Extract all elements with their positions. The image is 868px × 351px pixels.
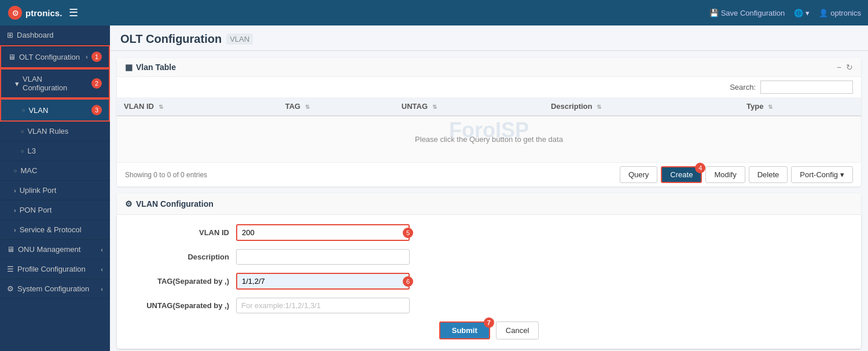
sidebar-item-service[interactable]: › Service & Protocol — [0, 220, 110, 240]
save-config-button[interactable]: 💾 Save Configuration — [709, 9, 785, 17]
page-header: OLT Configuration VLAN — [110, 25, 868, 51]
form-row-vlan-id: VLAN ID 5 — [125, 224, 853, 241]
sidebar-label-profile: Profile Configuration — [17, 265, 97, 273]
page-title: OLT Configuration — [120, 32, 222, 46]
sidebar-item-pon[interactable]: › PON Port — [0, 200, 110, 220]
col-tag: TAG ⇅ — [278, 97, 395, 116]
vlan-table: VLAN ID ⇅ TAG ⇅ UNTAG ⇅ Description ⇅ Ty… — [117, 97, 861, 163]
form-header: ⚙ VLAN Configuration — [117, 193, 861, 215]
arrow-right-profile: ‹ — [101, 266, 103, 273]
circle-icon-vlan: ○ — [22, 107, 25, 113]
tag-input[interactable] — [236, 273, 410, 290]
sidebar-item-olt-config[interactable]: 🖥 OLT Configuration ‹ 1 — [0, 45, 110, 68]
submit-button[interactable]: Submit 7 — [439, 321, 490, 339]
untag-label: UNTAG(Separated by ,) — [125, 301, 229, 310]
page-subtitle: VLAN — [226, 34, 253, 45]
sidebar-item-uplink[interactable]: › Uplink Port — [0, 181, 110, 200]
sidebar-item-profile[interactable]: ☰ Profile Configuration ‹ — [0, 259, 110, 279]
logo-icon: ⊙ — [7, 5, 23, 21]
form-icon: ⚙ — [125, 199, 133, 209]
lang-arrow: ▾ — [806, 9, 810, 17]
badge-4: 4 — [695, 163, 705, 173]
user-menu[interactable]: 👤 optronics — [819, 9, 861, 17]
chevron-right-pon: › — [14, 207, 16, 214]
hamburger-icon[interactable]: ☰ — [69, 6, 78, 19]
tag-label: TAG(Separated by ,) — [125, 277, 229, 286]
refresh-icon[interactable]: ↻ — [846, 63, 853, 72]
arrow-right-onu: ‹ — [101, 246, 103, 253]
sidebar-label-vlan: VLAN — [28, 106, 88, 115]
vlan-id-input[interactable] — [236, 224, 410, 241]
table-controls: Search: — [117, 77, 861, 97]
save-label: Save Configuration — [721, 9, 785, 17]
form-row-tag: TAG(Separated by ,) 6 — [125, 273, 853, 290]
sidebar-item-l3[interactable]: ○ L3 — [0, 141, 110, 161]
delete-button[interactable]: Delete — [749, 166, 788, 183]
circle-icon-mac: ○ — [14, 168, 17, 174]
badge-1: 1 — [91, 52, 102, 62]
card-title: Vlan Table — [136, 63, 176, 72]
content-area: OLT Configuration VLAN ▦ Vlan Table − ↻ … — [110, 25, 868, 351]
main-layout: ⊞ Dashboard 🖥 OLT Configuration ‹ 1 ▾ VL… — [0, 25, 868, 351]
untag-input[interactable] — [236, 298, 410, 313]
table-empty-row: Please click the Query button to get the… — [117, 116, 861, 163]
sidebar-label-vlan-rules: VLAN Rules — [27, 127, 68, 136]
save-icon: 💾 — [709, 9, 719, 17]
minimize-icon[interactable]: − — [837, 63, 841, 72]
form-row-description: Description — [125, 249, 853, 265]
col-untag: UNTAG ⇅ — [395, 97, 544, 116]
form-actions: Submit 7 Cancel — [125, 321, 853, 339]
sidebar-item-vlan-rules[interactable]: ○ VLAN Rules — [0, 122, 110, 141]
table-wrapper: ForoISP VLAN ID ⇅ TAG ⇅ UNTAG ⇅ Descript… — [117, 97, 861, 163]
vlan-table-header: ▦ Vlan Table − ↻ — [117, 58, 861, 77]
dropdown-arrow: ▾ — [840, 170, 844, 179]
cancel-button[interactable]: Cancel — [496, 321, 539, 339]
circle-icon-rules: ○ — [21, 129, 24, 134]
sidebar-item-vlan[interactable]: ○ VLAN 3 — [0, 98, 110, 122]
description-input[interactable] — [236, 249, 410, 265]
sidebar-label-mac: MAC — [20, 166, 37, 175]
card-title-left: ▦ Vlan Table — [125, 63, 176, 72]
search-label: Search: — [730, 83, 756, 92]
svg-text:⊙: ⊙ — [12, 9, 19, 17]
vlan-table-card: ▦ Vlan Table − ↻ Search: ForoISP — [117, 58, 861, 187]
form-title: VLAN Configuration — [136, 199, 214, 209]
sidebar-label-system: System Configuration — [17, 284, 97, 293]
sidebar-item-dashboard[interactable]: ⊞ Dashboard — [0, 25, 110, 45]
olt-arrow: ‹ — [86, 53, 88, 60]
logo: ⊙ ptronics. — [7, 5, 62, 21]
vlan-id-label: VLAN ID — [125, 228, 229, 237]
create-button[interactable]: Create 4 — [661, 166, 702, 183]
badge-2: 2 — [91, 78, 102, 89]
monitor-icon: 🖥 — [8, 53, 16, 61]
modify-button[interactable]: Modify — [705, 166, 745, 183]
empty-message: Please click the Query button to get the… — [117, 116, 861, 163]
monitor-icon-onu: 🖥 — [7, 245, 14, 254]
language-selector[interactable]: 🌐 ▾ — [794, 9, 810, 17]
badge-7: 7 — [484, 317, 494, 328]
sidebar-item-vlan-config[interactable]: ▾ VLAN Configuration 2 — [0, 68, 110, 98]
navbar-right: 💾 Save Configuration 🌐 ▾ 👤 optronics — [709, 9, 861, 17]
vlan-form-card: ⚙ VLAN Configuration VLAN ID 5 Descripti… — [117, 193, 861, 349]
query-button[interactable]: Query — [620, 166, 657, 183]
sidebar-label-onu: ONU Management — [18, 245, 97, 254]
table-icon: ▦ — [125, 63, 133, 72]
table-head: VLAN ID ⇅ TAG ⇅ UNTAG ⇅ Description ⇅ Ty… — [117, 97, 861, 116]
sidebar-item-system[interactable]: ⚙ System Configuration ‹ — [0, 279, 110, 299]
sidebar-label-vlan-config: VLAN Configuration — [23, 75, 88, 92]
search-input[interactable] — [760, 81, 853, 94]
port-config-button[interactable]: Port-Config ▾ — [791, 166, 853, 183]
circle-icon-l3: ○ — [21, 148, 24, 154]
cog-icon: ⚙ — [7, 284, 14, 293]
badge-6: 6 — [403, 276, 413, 287]
col-type: Type ⇅ — [740, 97, 861, 116]
logo-text: ptronics. — [25, 8, 62, 18]
badge-3: 3 — [91, 105, 102, 115]
sidebar-item-mac[interactable]: ○ MAC — [0, 161, 110, 181]
navbar-left: ⊙ ptronics. ☰ — [7, 5, 78, 21]
globe-icon: 🌐 — [794, 9, 803, 17]
showing-text: Showing 0 to 0 of 0 entries — [125, 171, 207, 179]
sidebar-item-onu[interactable]: 🖥 ONU Management ‹ — [0, 240, 110, 259]
sidebar-label-pon: PON Port — [20, 206, 52, 214]
user-icon: 👤 — [819, 9, 828, 17]
